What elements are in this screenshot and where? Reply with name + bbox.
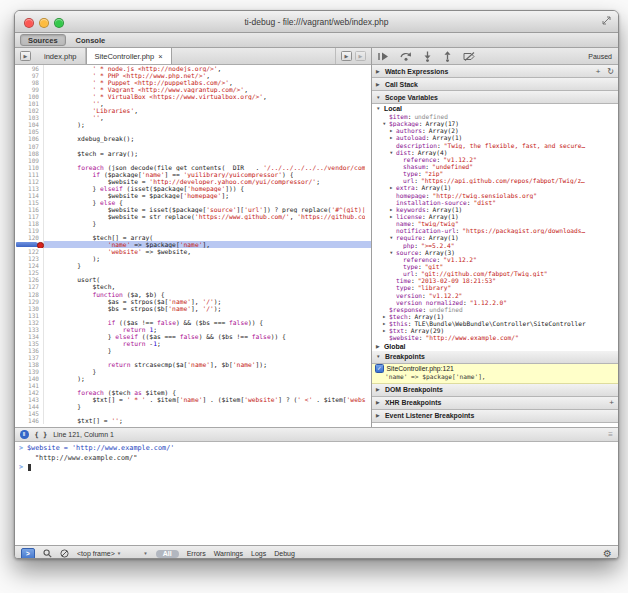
- scope-variable-row[interactable]: ▶authors:Array(2): [372, 127, 618, 134]
- line-number[interactable]: 137: [15, 354, 44, 361]
- line-number[interactable]: 135: [15, 340, 44, 347]
- event-listener-breakpoints-header[interactable]: ▶ Event Listener Breakpoints: [372, 410, 618, 423]
- scope-variable-row[interactable]: ▼$package:Array(17): [372, 120, 618, 127]
- line-number[interactable]: 144: [15, 403, 44, 410]
- scope-variable-row[interactable]: php:">=5.2.4": [372, 242, 618, 249]
- scope-variable-row[interactable]: $website:"http://www.example.com/": [372, 334, 618, 341]
- line-number[interactable]: 113: [15, 185, 44, 192]
- line-number[interactable]: 134: [15, 333, 44, 340]
- line-number[interactable]: 105: [15, 128, 44, 135]
- line-number[interactable]: 99: [15, 86, 44, 93]
- xhr-breakpoints-header[interactable]: ▶ XHR Breakpoints +: [372, 397, 618, 410]
- breakpoints-header[interactable]: ▼ Breakpoints: [372, 351, 618, 364]
- scope-group-global[interactable]: ▶Global: [372, 342, 618, 351]
- line-number[interactable]: 117: [15, 213, 44, 220]
- close-tab-icon[interactable]: ×: [158, 52, 162, 61]
- console-drawer[interactable]: >$website = 'http://www.example.com/'"ht…: [15, 442, 618, 545]
- call-stack-header[interactable]: ▶ Call Stack: [372, 78, 618, 91]
- navigator-toggle-button[interactable]: ▶: [15, 48, 36, 64]
- line-number[interactable]: 129: [15, 298, 44, 305]
- line-number[interactable]: 123: [15, 255, 44, 262]
- frame-selector[interactable]: <top frame> ▼: [77, 550, 121, 557]
- line-number[interactable]: 133: [15, 326, 44, 333]
- line-number[interactable]: 142: [15, 389, 44, 396]
- search-icon[interactable]: [43, 549, 52, 558]
- line-number[interactable]: 106: [15, 135, 44, 142]
- filter-logs[interactable]: Logs: [251, 550, 266, 557]
- line-number[interactable]: 139: [15, 368, 44, 375]
- scope-variable-row[interactable]: time:"2013-02-09 18:21:53": [372, 277, 618, 284]
- scope-variable-row[interactable]: type:"git": [372, 263, 618, 270]
- scope-variable-row[interactable]: installation-source:"dist": [372, 199, 618, 206]
- clear-console-icon[interactable]: [60, 549, 69, 558]
- step-out-button[interactable]: [443, 51, 452, 62]
- fullscreen-icon[interactable]: [602, 16, 611, 25]
- scope-variables-header[interactable]: ▼ Scope Variables: [372, 91, 618, 104]
- add-watch-icon[interactable]: +: [596, 67, 601, 76]
- filter-debug[interactable]: Debug: [274, 550, 295, 557]
- line-number[interactable]: 120: [15, 234, 44, 241]
- step-into-button[interactable]: [423, 51, 432, 62]
- panel-toggle-icon[interactable]: ▶: [355, 51, 366, 61]
- breakpoint-checkbox[interactable]: ✓: [375, 364, 384, 373]
- scope-variable-row[interactable]: ▶$tech:Array(1): [372, 313, 618, 320]
- line-number[interactable]: 116: [15, 206, 44, 213]
- scope-variable-row[interactable]: url:"git://github.com/fabpot/Twig.git": [372, 270, 618, 277]
- close-window-icon[interactable]: [24, 18, 34, 28]
- refresh-watch-icon[interactable]: ↻: [607, 67, 614, 76]
- line-number[interactable]: 112: [15, 178, 44, 185]
- console-prompt[interactable]: >: [15, 463, 618, 473]
- scope-variable-row[interactable]: ▶$txt:Array(29): [372, 327, 618, 334]
- pretty-print-icon[interactable]: { }: [35, 431, 48, 439]
- scope-variable-row[interactable]: ▼dist:Array(4): [372, 149, 618, 156]
- line-number[interactable]: 115: [15, 199, 44, 206]
- scope-variable-row[interactable]: type:"zip": [372, 170, 618, 177]
- line-number[interactable]: 127: [15, 283, 44, 290]
- zoom-window-icon[interactable]: [54, 18, 64, 28]
- line-number[interactable]: 131: [15, 312, 44, 319]
- line-number[interactable]: 122: [15, 248, 44, 255]
- breakpoint-location[interactable]: SiteController.php:121: [387, 365, 454, 372]
- line-number[interactable]: 146: [15, 417, 44, 424]
- console-toggle-icon[interactable]: >: [21, 548, 35, 560]
- line-number[interactable]: 97: [15, 72, 44, 79]
- line-number[interactable]: 130: [15, 305, 44, 312]
- line-number[interactable]: 109: [15, 157, 44, 164]
- add-xhr-breakpoint-icon[interactable]: +: [609, 398, 614, 407]
- split-view-icon[interactable]: ▶: [341, 51, 352, 61]
- filter-warnings[interactable]: Warnings: [214, 550, 243, 557]
- step-over-button[interactable]: [400, 51, 412, 61]
- line-number[interactable]: 145: [15, 410, 44, 417]
- line-number[interactable]: 107: [15, 143, 44, 150]
- line-number[interactable]: 143: [15, 396, 44, 403]
- line-number[interactable]: 111: [15, 171, 44, 178]
- scope-variable-row[interactable]: reference:"v1.12.2": [372, 156, 618, 163]
- minimize-window-icon[interactable]: [39, 18, 49, 28]
- scope-variable-row[interactable]: homepage:"http://twig.sensiolabs.org": [372, 192, 618, 199]
- line-number[interactable]: [15, 241, 44, 248]
- scope-variable-row[interactable]: ▶extra:Array(1): [372, 184, 618, 191]
- scope-variable-row[interactable]: description:"Twig, the flexible, fast, a…: [372, 142, 618, 149]
- line-number[interactable]: 119: [15, 227, 44, 234]
- drag-handle-icon[interactable]: ≡: [608, 430, 613, 439]
- line-number[interactable]: 103: [15, 114, 44, 121]
- code-editor[interactable]: 96 ' * node.js <http://nodejs.org/>',97 …: [15, 65, 371, 427]
- title-bar[interactable]: ti-debug - file:///vagrant/web/index.php: [15, 11, 618, 33]
- line-number[interactable]: 124: [15, 262, 44, 269]
- scope-group-local[interactable]: ▼Local: [372, 104, 618, 113]
- line-number[interactable]: 101: [15, 100, 44, 107]
- line-number[interactable]: 98: [15, 79, 44, 86]
- line-number[interactable]: 104: [15, 121, 44, 128]
- line-number[interactable]: 126: [15, 276, 44, 283]
- settings-gear-icon[interactable]: ⚙: [603, 548, 612, 559]
- line-number[interactable]: 132: [15, 319, 44, 326]
- scope-variable-row[interactable]: version:"v1.12.2": [372, 292, 618, 299]
- context-dropdown-icon[interactable]: ▼: [143, 551, 147, 556]
- filter-errors[interactable]: Errors: [187, 550, 206, 557]
- file-tab-index.php[interactable]: index.php: [36, 48, 86, 64]
- line-number[interactable]: 118: [15, 220, 44, 227]
- line-number[interactable]: 100: [15, 93, 44, 100]
- line-number[interactable]: 128: [15, 291, 44, 298]
- panel-tab-sources[interactable]: Sources: [20, 34, 66, 46]
- scope-variable-row[interactable]: ▶keywords:Array(1): [372, 206, 618, 213]
